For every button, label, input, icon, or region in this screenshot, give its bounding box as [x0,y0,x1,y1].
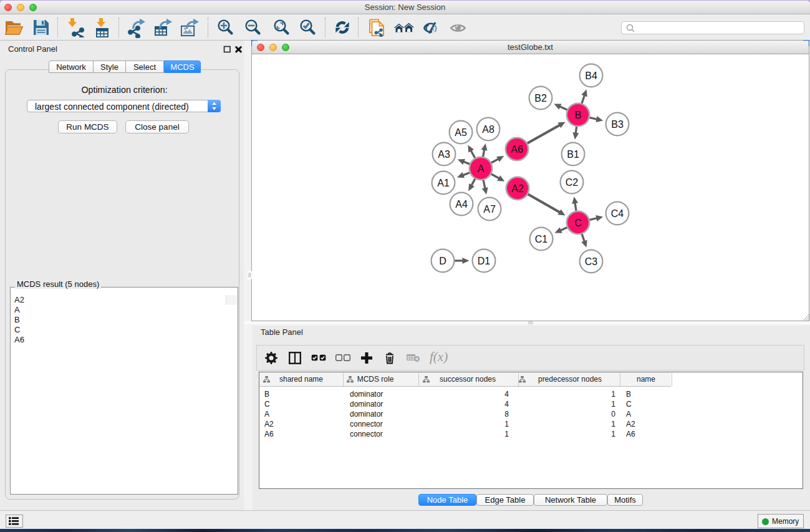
svg-text:C1: C1 [535,234,548,244]
svg-text:A: A [478,163,485,174]
svg-text:A6: A6 [511,144,523,155]
svg-text:A7: A7 [483,204,496,215]
svg-text:A8: A8 [482,124,494,135]
svg-text:B4: B4 [585,70,597,81]
svg-text:D: D [439,256,446,266]
svg-text:C3: C3 [585,256,598,267]
svg-text:B: B [575,110,582,120]
svg-text:A5: A5 [455,127,467,138]
svg-text:D1: D1 [478,256,491,266]
svg-text:A1: A1 [437,178,450,188]
svg-text:B3: B3 [611,119,624,130]
svg-text:A3: A3 [438,149,450,160]
svg-text:C: C [574,218,582,228]
svg-text:C2: C2 [566,177,579,188]
svg-text:A4: A4 [455,199,468,210]
svg-text:C4: C4 [611,208,624,219]
svg-text:A2: A2 [511,183,524,194]
svg-text:B2: B2 [534,93,547,104]
svg-text:B1: B1 [567,149,579,160]
